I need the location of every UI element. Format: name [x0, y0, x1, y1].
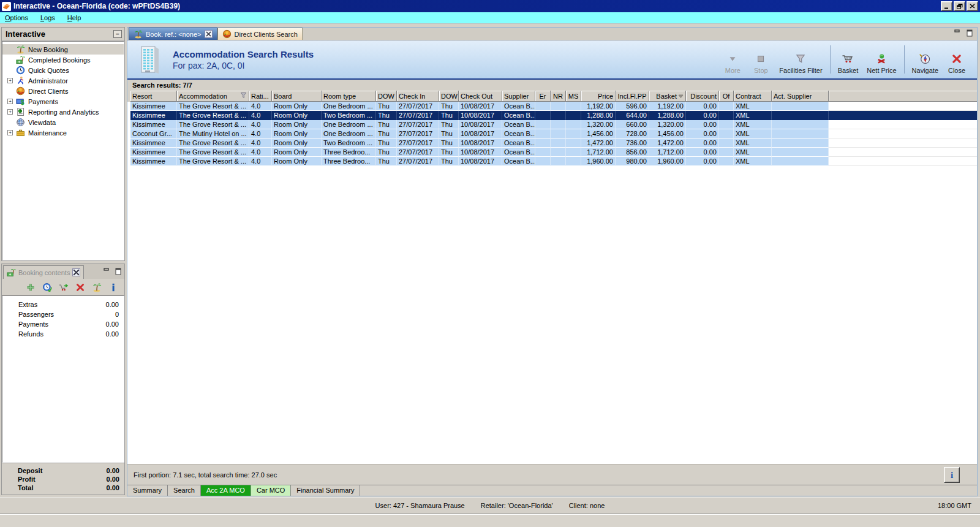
- booking-row-extras[interactable]: Extras0.00: [2, 300, 124, 309]
- palm-tree-icon[interactable]: [92, 282, 102, 292]
- cell-ms: [566, 111, 581, 120]
- close-booking-contents-icon[interactable]: [72, 268, 80, 276]
- cell-incl-fl-pp: 660.00: [616, 120, 649, 129]
- cell-nr: [551, 102, 566, 111]
- column-header-room-type[interactable]: Room type: [322, 91, 376, 102]
- column-header-label: Basket: [656, 91, 677, 101]
- expand-plus-icon[interactable]: +: [7, 99, 16, 104]
- table-row[interactable]: KissimmeeThe Grove Resort & ...4.0Room O…: [130, 138, 977, 148]
- basket-icon: [841, 53, 854, 65]
- column-header-price[interactable]: Price: [581, 91, 616, 102]
- column-header-discount[interactable]: Discount: [686, 91, 719, 102]
- cell-discount: 0.00: [686, 148, 719, 157]
- booking-total-total: Total0.00: [2, 483, 124, 492]
- column-header-label: Act. Supplier: [774, 91, 812, 101]
- booking-contents-tab[interactable]: Booking contents: [3, 265, 84, 279]
- cell-incl-fl-pp: 980.00: [616, 157, 649, 166]
- nett-price-icon: [875, 53, 888, 65]
- booking-contents-tabrow: Booking contents: [2, 264, 124, 279]
- expand-plus-icon[interactable]: +: [7, 109, 16, 115]
- column-header-ms[interactable]: MS: [566, 91, 581, 102]
- sidebar-item-completed-bookings[interactable]: Completed Bookings: [2, 55, 124, 65]
- column-header-nr[interactable]: NR: [551, 91, 566, 102]
- table-row[interactable]: Coconut Gr...The Mutiny Hotel on ...4.0R…: [130, 129, 977, 138]
- cell-board: Room Only: [272, 129, 322, 138]
- cell-nr: [551, 148, 566, 157]
- booking-total-profit: Profit0.00: [2, 475, 124, 483]
- bottom-tab-car-mco[interactable]: Car MCO: [251, 485, 291, 496]
- sidebar-item-maintenance[interactable]: +Maintenance: [2, 127, 124, 138]
- row-filler: [829, 157, 977, 166]
- column-header-dow[interactable]: DOW: [376, 91, 397, 102]
- cell-basket: 1,192.00: [649, 102, 686, 111]
- navigate-button[interactable]: Navigate: [908, 44, 943, 75]
- table-row[interactable]: KissimmeeThe Grove Resort & ...4.0Room O…: [130, 120, 977, 129]
- sidebar-item-viewdata[interactable]: Viewdata: [2, 117, 124, 127]
- sidebar-item-payments[interactable]: +$Payments: [2, 96, 124, 107]
- column-header-check-in[interactable]: Check In: [397, 91, 439, 102]
- table-row[interactable]: KissimmeeThe Grove Resort & ...4.0Room O…: [130, 102, 977, 111]
- column-header-dow[interactable]: DOW: [439, 91, 459, 102]
- sidebar-item-direct-clients[interactable]: Direct Clients: [2, 86, 124, 96]
- close-button[interactable]: Close: [943, 44, 971, 75]
- filter-funnel-icon[interactable]: [240, 91, 247, 101]
- cell-accommodation: The Grove Resort & ...: [177, 148, 249, 157]
- bottom-tab-summary[interactable]: Summary: [127, 485, 168, 496]
- column-header-accommodation[interactable]: Accommodation: [177, 91, 249, 102]
- panel-maximize-icon[interactable]: [114, 268, 122, 275]
- cell-board: Room Only: [272, 111, 322, 120]
- expand-plus-icon[interactable]: +: [7, 130, 16, 135]
- sidebar-item-administrator[interactable]: +Administrator: [2, 75, 124, 86]
- menu-item-help[interactable]: Help: [67, 14, 81, 21]
- table-row[interactable]: KissimmeeThe Grove Resort & ...4.0Room O…: [130, 148, 977, 157]
- booking-row-refunds[interactable]: Refunds0.00: [2, 329, 124, 339]
- menu-item-options[interactable]: Options: [5, 14, 28, 21]
- delete-item-icon[interactable]: [75, 282, 85, 292]
- column-header-check-out[interactable]: Check Out: [459, 91, 502, 102]
- bottom-tab-financial-summary[interactable]: Financial Summary: [291, 485, 360, 496]
- column-header-resort[interactable]: Resort: [130, 91, 177, 102]
- cell-check-in: 27/07/2017: [397, 157, 439, 166]
- column-header-incl-fl-pp[interactable]: Incl.Fl.PP: [616, 91, 649, 102]
- facilities-filter-button[interactable]: Facilities Filter: [775, 44, 826, 75]
- table-row[interactable]: KissimmeeThe Grove Resort & ...4.0Room O…: [130, 157, 977, 166]
- restore-button[interactable]: [954, 1, 965, 11]
- booking-row-label: Payments: [18, 319, 48, 329]
- panel-minimize-icon[interactable]: [102, 268, 110, 275]
- column-header-supplier[interactable]: Supplier: [502, 91, 535, 102]
- basket-button[interactable]: Basket: [834, 44, 863, 75]
- cell-supplier: Ocean B...: [502, 111, 535, 120]
- booking-row-payments[interactable]: Payments0.00: [2, 319, 124, 329]
- tab-direct-clients-search[interactable]: Direct Clients Search: [217, 28, 303, 40]
- bottom-tab-acc-2a-mco[interactable]: Acc 2A MCO: [201, 485, 251, 496]
- collapse-panel-button[interactable]: −: [113, 30, 122, 38]
- close-window-button[interactable]: [967, 1, 978, 11]
- info-button[interactable]: i: [944, 467, 960, 483]
- info-icon[interactable]: [108, 282, 118, 292]
- add-item-icon[interactable]: [26, 282, 36, 292]
- column-header-act-supplier[interactable]: Act. Supplier: [772, 91, 829, 102]
- table-row[interactable]: KissimmeeThe Grove Resort & ...4.0Room O…: [130, 111, 977, 120]
- main-minimize-icon[interactable]: [953, 29, 961, 37]
- bottom-tab-search[interactable]: Search: [168, 485, 201, 496]
- cart-transfer-icon[interactable]: [59, 282, 69, 292]
- booking-row-passengers[interactable]: Passengers0: [2, 309, 124, 319]
- tab-book-ref-none[interactable]: Book. ref.: <none>: [129, 28, 217, 40]
- column-header-basket[interactable]: Basket: [649, 91, 686, 102]
- expand-plus-icon[interactable]: +: [7, 78, 16, 83]
- column-header-rati[interactable]: Rati...: [249, 91, 272, 102]
- column-header-of[interactable]: Of: [719, 91, 734, 102]
- main-maximize-icon[interactable]: [965, 29, 973, 37]
- sidebar-item-new-booking[interactable]: New Booking: [2, 44, 124, 55]
- minimize-button[interactable]: [941, 1, 952, 11]
- column-header-er[interactable]: Er: [535, 91, 551, 102]
- column-header-board[interactable]: Board: [272, 91, 322, 102]
- menu-item-logs[interactable]: Logs: [40, 14, 55, 21]
- refresh-icon[interactable]: [42, 282, 52, 292]
- close-tab-icon[interactable]: [205, 30, 213, 38]
- sidebar-item-quick-quotes[interactable]: Quick Quotes: [2, 65, 124, 75]
- nett-price-button[interactable]: Nett Price: [862, 44, 900, 75]
- sidebar-item-reporting-and-analytics[interactable]: +Reporting and Analytics: [2, 107, 124, 117]
- column-header-contract[interactable]: Contract: [734, 91, 772, 102]
- money-palm-icon: [16, 55, 25, 64]
